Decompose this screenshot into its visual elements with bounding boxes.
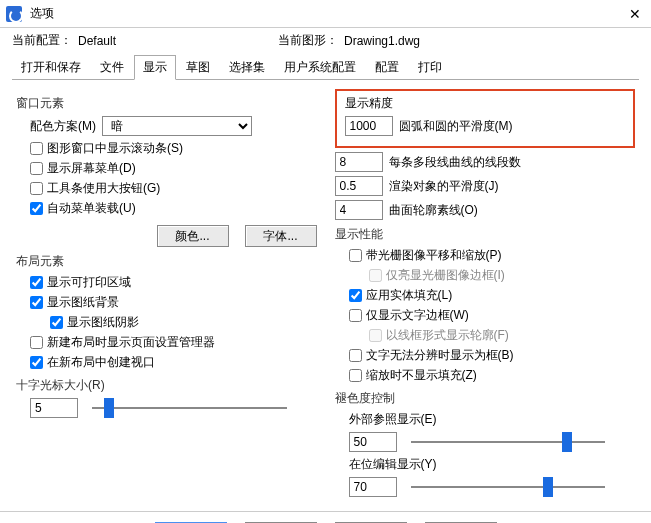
- chk-printarea[interactable]: 显示可打印区域: [30, 274, 317, 291]
- current-config-value: Default: [78, 34, 238, 48]
- crosshair-input[interactable]: [30, 398, 78, 418]
- precision-title: 显示精度: [345, 95, 626, 112]
- seg-label: 每条多段线曲线的线段数: [389, 154, 521, 171]
- close-icon[interactable]: ✕: [625, 6, 645, 22]
- render-label: 渲染对象的平滑度(J): [389, 178, 499, 195]
- arc-smooth-label: 圆弧和圆的平滑度(M): [399, 118, 513, 135]
- tab-7[interactable]: 打印: [409, 55, 451, 80]
- chk-viewport[interactable]: 在新布局中创建视口: [30, 354, 317, 371]
- inplace-input[interactable]: [349, 477, 397, 497]
- tab-3[interactable]: 草图: [177, 55, 219, 80]
- tab-4[interactable]: 选择集: [220, 55, 274, 80]
- chk-paperbg[interactable]: 显示图纸背景: [30, 294, 317, 311]
- chk-raster[interactable]: 带光栅图像平移和缩放(P): [349, 247, 636, 264]
- inplace-label: 在位编辑显示(Y): [349, 456, 636, 473]
- chk-truetype[interactable]: 文字无法分辨时显示为框(B): [349, 347, 636, 364]
- render-input[interactable]: [335, 176, 383, 196]
- chk-screenmenu[interactable]: 显示屏幕菜单(D): [30, 160, 317, 177]
- window-section-title: 窗口元素: [16, 95, 317, 112]
- chk-highlight: 仅亮显光栅图像边框(I): [369, 267, 636, 284]
- performance-title: 显示性能: [335, 226, 636, 243]
- tab-6[interactable]: 配置: [366, 55, 408, 80]
- chk-textframe[interactable]: 仅显示文字边框(W): [349, 307, 636, 324]
- tab-5[interactable]: 用户系统配置: [275, 55, 365, 80]
- current-drawing-value: Drawing1.dwg: [344, 34, 504, 48]
- surf-label: 曲面轮廓素线(O): [389, 202, 478, 219]
- chk-largebuttons[interactable]: 工具条使用大按钮(G): [30, 180, 317, 197]
- app-icon: [6, 6, 22, 22]
- crosshair-label: 十字光标大小(R): [16, 377, 317, 394]
- arc-smooth-input[interactable]: [345, 116, 393, 136]
- chk-scrollbar[interactable]: 图形窗口中显示滚动条(S): [30, 140, 317, 157]
- chk-automenu[interactable]: 自动菜单装载(U): [30, 200, 317, 217]
- surf-input[interactable]: [335, 200, 383, 220]
- inplace-slider[interactable]: [411, 477, 606, 497]
- xref-label: 外部参照显示(E): [349, 411, 636, 428]
- tab-0[interactable]: 打开和保存: [12, 55, 90, 80]
- xref-input[interactable]: [349, 432, 397, 452]
- chk-solidfill[interactable]: 应用实体填充(L): [349, 287, 636, 304]
- tab-1[interactable]: 文件: [91, 55, 133, 80]
- crosshair-slider[interactable]: [92, 398, 287, 418]
- current-config-label: 当前配置：: [12, 32, 72, 49]
- xref-slider[interactable]: [411, 432, 606, 452]
- chk-papershadow[interactable]: 显示图纸阴影: [50, 314, 317, 331]
- font-button[interactable]: 字体...: [245, 225, 317, 247]
- colorscheme-select[interactable]: 暗: [102, 116, 252, 136]
- chk-pagesetup[interactable]: 新建布局时显示页面设置管理器: [30, 334, 317, 351]
- window-title: 选项: [30, 5, 625, 22]
- seg-input[interactable]: [335, 152, 383, 172]
- current-drawing-label: 当前图形：: [278, 32, 338, 49]
- color-button[interactable]: 颜色...: [157, 225, 229, 247]
- chk-hidefill[interactable]: 缩放时不显示填充(Z): [349, 367, 636, 384]
- chk-silhouette: 以线框形式显示轮廓(F): [369, 327, 636, 344]
- colorscheme-label: 配色方案(M): [30, 118, 96, 135]
- fade-title: 褪色度控制: [335, 390, 636, 407]
- tab-2[interactable]: 显示: [134, 55, 176, 80]
- layout-section-title: 布局元素: [16, 253, 317, 270]
